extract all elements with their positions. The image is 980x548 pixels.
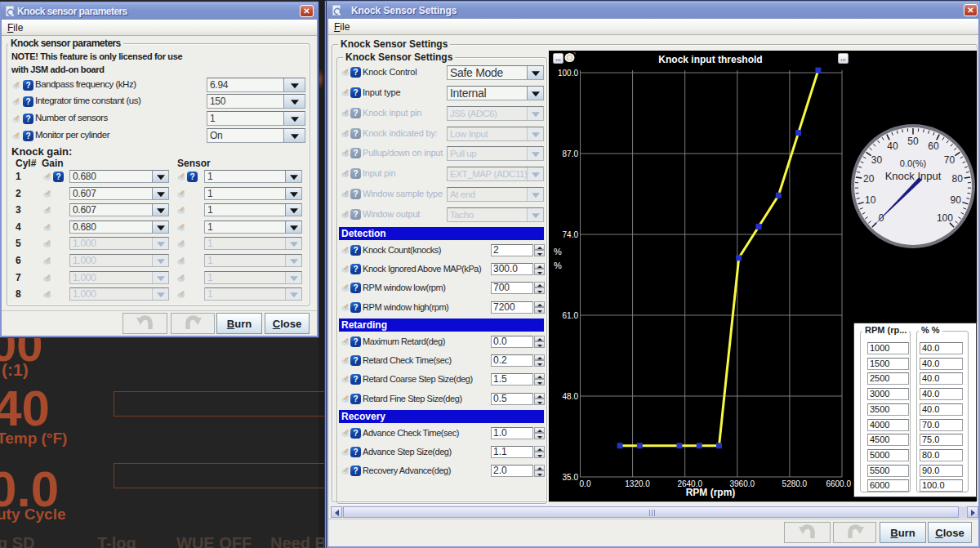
svg-text:30: 30: [871, 154, 883, 166]
svg-text:74.0: 74.0: [563, 230, 579, 239]
svg-text:35.0: 35.0: [563, 473, 579, 482]
svg-text:Knock input threshold: Knock input threshold: [658, 54, 762, 65]
svg-text:100: 100: [937, 212, 953, 224]
svg-text:20: 20: [863, 173, 875, 185]
svg-text:87.0: 87.0: [563, 149, 579, 158]
svg-text:48.0: 48.0: [563, 392, 579, 401]
svg-text:0.0(%): 0.0(%): [900, 158, 926, 168]
svg-text:50: 50: [907, 136, 919, 147]
svg-text:%: %: [554, 261, 562, 270]
svg-text:10: 10: [865, 194, 876, 206]
svg-text:61.0: 61.0: [563, 311, 579, 320]
svg-text:%: %: [554, 247, 562, 256]
svg-text:Knock Input: Knock Input: [885, 170, 942, 182]
svg-text:60: 60: [928, 140, 939, 152]
svg-text:100.0: 100.0: [558, 69, 578, 78]
svg-text:0.0: 0.0: [580, 479, 591, 488]
svg-text:RPM (rpm): RPM (rpm): [686, 487, 736, 498]
svg-text:6600.0: 6600.0: [826, 479, 851, 488]
svg-text:40: 40: [887, 140, 898, 152]
svg-text:80: 80: [952, 173, 964, 185]
svg-text:5280.0: 5280.0: [782, 479, 808, 488]
svg-text:1320.0: 1320.0: [625, 479, 650, 488]
svg-text:70: 70: [944, 154, 956, 166]
svg-text:90: 90: [951, 194, 962, 206]
